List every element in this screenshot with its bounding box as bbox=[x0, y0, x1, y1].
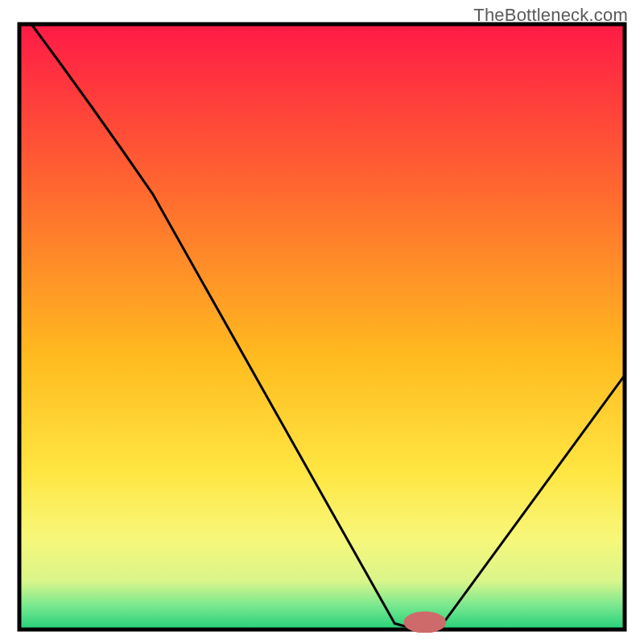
chart-svg bbox=[16, 21, 628, 633]
chart-container: TheBottleneck.com bbox=[0, 0, 644, 644]
plot-area bbox=[16, 21, 628, 633]
optimal-point-marker bbox=[404, 611, 447, 633]
gradient-background bbox=[19, 24, 625, 630]
